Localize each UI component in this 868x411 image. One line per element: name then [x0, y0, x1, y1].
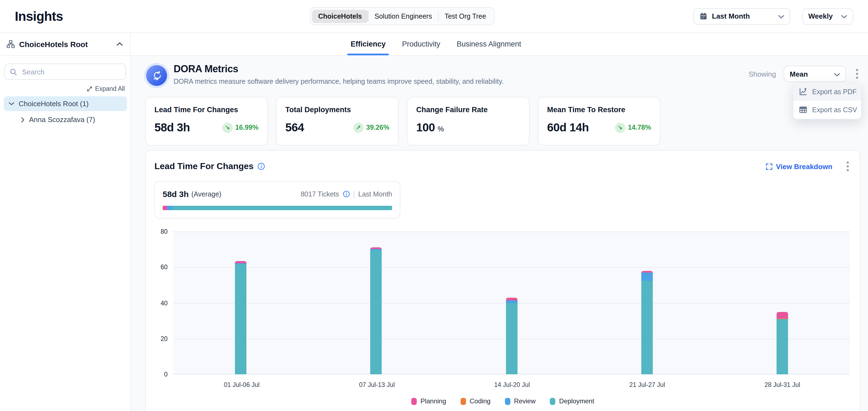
expand-corners-icon: [766, 163, 773, 170]
search-input[interactable]: [21, 67, 121, 76]
divider: [354, 190, 354, 198]
x-axis-label: 01 Jul-06 Jul: [174, 381, 309, 388]
stacked-bar-3[interactable]: [506, 298, 517, 374]
showing-label: Showing: [749, 70, 776, 78]
card-value: 564: [285, 121, 304, 134]
summary-value: 58d 3h: [163, 190, 189, 199]
panel-title: Lead Time For Changes: [154, 162, 265, 171]
tree-item-anna-scozzafava[interactable]: Anna Scozzafava (7): [0, 112, 130, 127]
legend-item-deployment[interactable]: Deployment: [550, 397, 594, 405]
export-pdf-menu-item[interactable]: Export as PDF: [794, 83, 861, 101]
dora-cycle-icon: [146, 65, 167, 86]
bar-segment-review: [641, 273, 652, 280]
showing-value: Mean: [790, 70, 808, 78]
page-title: Insights: [15, 8, 63, 24]
tree-item-label: Anna Scozzafava (7): [29, 115, 95, 124]
stacked-bar-1[interactable]: [235, 261, 246, 374]
tree-item-label: ChoiceHotels Root (1): [19, 100, 89, 108]
x-axis-label: 28 Jul-31 Jul: [715, 381, 850, 388]
granularity-select[interactable]: Weekly: [802, 8, 853, 24]
panel-header: Lead Time For Changes View Breakdown: [154, 159, 851, 173]
trend-up-icon: ↗: [353, 122, 363, 133]
card-title: Lead Time For Changes: [154, 106, 258, 114]
stacked-bar-4[interactable]: [641, 271, 652, 374]
distribution-segment-deployment: [172, 206, 392, 210]
dora-description: DORA metrics measure software delivery p…: [174, 78, 503, 85]
org-tree-sidebar: ChoiceHotels Root Expand All ChoiceHotel…: [0, 33, 131, 411]
card-unit: %: [438, 125, 444, 134]
view-breakdown-button[interactable]: View Breakdown: [762, 162, 836, 171]
info-icon[interactable]: [257, 163, 265, 170]
chart-plot: [173, 232, 850, 374]
org-tab-test-org-tree[interactable]: Test Org Tree: [439, 9, 492, 23]
date-range-select[interactable]: Last Month: [693, 8, 790, 24]
showing-select[interactable]: Mean: [784, 66, 846, 82]
granularity-value: Weekly: [808, 12, 833, 20]
view-breakdown-label: View Breakdown: [776, 162, 832, 170]
panel-actions: View Breakdown: [762, 159, 851, 173]
y-axis-label: 20: [160, 336, 167, 342]
bar-segment-deployment: [777, 319, 788, 374]
trend-value: 39.26%: [366, 124, 390, 131]
x-axis-label: 07 Jul-13 Jul: [309, 381, 445, 388]
tab-business-alignment[interactable]: Business Alignment: [457, 33, 521, 55]
bar-segment-planning: [506, 298, 517, 301]
org-tab-choicehotels[interactable]: ChoiceHotels: [312, 9, 368, 23]
org-tab-solution-engineers[interactable]: Solution Engineers: [369, 9, 438, 23]
legend-item-coding[interactable]: Coding: [460, 397, 490, 405]
card-lead-time-for-changes: Lead Time For Changes 58d 3h ↘ 16.99%: [145, 97, 268, 145]
dora-header: DORA Metrics DORA metrics measure softwa…: [145, 64, 860, 86]
tab-productivity[interactable]: Productivity: [402, 33, 440, 55]
tickets-count: 8017 Tickets: [301, 190, 339, 198]
legend-swatch-icon: [460, 398, 466, 405]
info-icon[interactable]: [343, 191, 350, 198]
chart-legend: PlanningCodingReviewDeployment: [154, 397, 851, 405]
legend-item-planning[interactable]: Planning: [411, 397, 446, 405]
sidebar-collapse-button[interactable]: [116, 41, 124, 47]
org-tree: ChoiceHotels Root (1) Anna Scozzafava (7…: [0, 96, 130, 127]
lead-time-panel: Lead Time For Changes View Breakdown: [145, 150, 860, 411]
y-axis-label: 0: [164, 371, 167, 378]
trend-badge: ↘ 16.99%: [222, 122, 258, 133]
expand-all-label: Expand All: [95, 85, 125, 92]
bar-slot: [308, 232, 443, 374]
bar-slot: [715, 232, 850, 374]
table-icon: [799, 106, 807, 114]
insights-page: Insights ChoiceHotels Solution Engineers…: [0, 0, 868, 411]
search-icon: [10, 68, 17, 75]
sidebar-header: ChoiceHotels Root: [0, 33, 130, 56]
chevron-right-icon: [21, 117, 25, 122]
trend-value: 14.78%: [628, 124, 651, 131]
stacked-bar-2[interactable]: [370, 247, 382, 374]
card-mean-time-to-restore: Mean Time To Restore 60d 14h ↘ 14.78%: [538, 97, 660, 145]
main-area: Efficiency Productivity Business Alignme…: [131, 33, 868, 411]
legend-swatch-icon: [550, 398, 555, 405]
chevron-down-icon: [9, 102, 14, 106]
bar-slot: [579, 232, 714, 374]
dora-more-menu-button[interactable]: [854, 67, 860, 81]
bar-segment-planning: [235, 261, 246, 263]
expand-all-button[interactable]: Expand All: [0, 85, 125, 92]
legend-item-review[interactable]: Review: [505, 397, 535, 405]
tree-item-choicehotels-root[interactable]: ChoiceHotels Root (1): [4, 96, 127, 111]
dora-titles: DORA Metrics DORA metrics measure softwa…: [174, 64, 503, 85]
menu-item-label: Export as PDF: [812, 88, 857, 96]
stacked-bar-5[interactable]: [777, 312, 788, 374]
bar-segment-deployment: [506, 304, 517, 374]
panel-more-menu-button[interactable]: [844, 159, 851, 173]
trend-down-icon: ↘: [222, 122, 232, 133]
panel-title-text: Lead Time For Changes: [154, 162, 253, 171]
expand-icon: [86, 85, 92, 92]
metric-cards: Lead Time For Changes 58d 3h ↘ 16.99% To…: [145, 97, 860, 145]
chevron-down-icon: [841, 12, 847, 20]
export-csv-menu-item[interactable]: Export as CSV: [794, 101, 861, 119]
chart-line-icon: [799, 88, 807, 96]
bar-segment-planning: [777, 312, 788, 318]
y-axis: 806040200: [154, 232, 173, 374]
y-axis-label: 80: [160, 228, 167, 235]
distribution-segment-planning: [163, 206, 167, 210]
bar-segment-deployment: [641, 280, 652, 374]
chevron-down-icon: [834, 70, 840, 78]
org-hierarchy-icon: [7, 40, 15, 48]
tab-efficiency[interactable]: Efficiency: [351, 33, 386, 55]
